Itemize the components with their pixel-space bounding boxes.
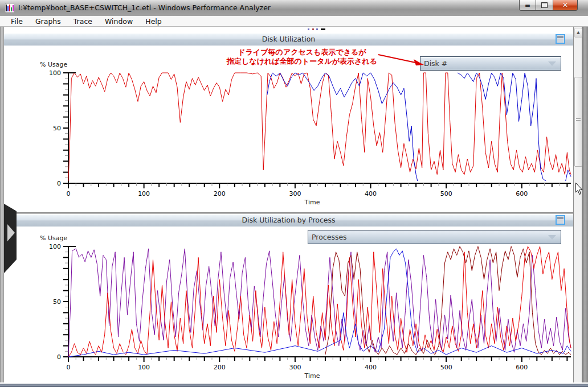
svg-text:100: 100 — [49, 69, 61, 77]
menu-graphs[interactable]: Graphs — [29, 17, 67, 26]
panel-title: Disk Utilization — [4, 35, 573, 43]
annotation-line2: 指定しなければ全部のトータルが表示される — [198, 57, 406, 66]
chevron-down-icon — [548, 235, 556, 240]
thumb-grip-icon — [576, 118, 581, 122]
annotation-line1: ドライブ毎のアクセスも表示できるが — [198, 48, 406, 57]
popout-window-icon — [557, 36, 564, 38]
flyout-panel-handle[interactable] — [4, 203, 18, 274]
svg-text:600: 600 — [516, 190, 528, 197]
popout-window-button[interactable] — [556, 34, 565, 44]
svg-text:400: 400 — [365, 190, 377, 197]
disk-number-dropdown[interactable]: Disk # — [420, 56, 561, 71]
app-icon — [5, 3, 14, 13]
window-title: I:¥temp¥boot_BASE+CSWITCH_1c.etl - Windo… — [18, 3, 271, 12]
svg-text:400: 400 — [365, 364, 377, 371]
popout-window-button[interactable] — [556, 215, 565, 225]
sliver-mark — [308, 28, 309, 30]
svg-text:200: 200 — [214, 190, 226, 197]
svg-text:300: 300 — [289, 190, 301, 197]
svg-text:0: 0 — [57, 353, 61, 361]
scrollbar-thumb[interactable] — [574, 77, 582, 167]
close-icon: ✕ — [562, 1, 568, 9]
annotation-arrow-icon — [376, 50, 427, 68]
svg-text:100: 100 — [49, 243, 61, 250]
minimize-icon: ▬ — [525, 2, 530, 9]
menu-help[interactable]: Help — [139, 17, 168, 26]
restore-icon — [541, 2, 548, 8]
chevron-down-icon — [548, 61, 556, 66]
dropdown-value: Processes — [308, 233, 548, 241]
panel-header-disk-utilization: Disk Utilization — [4, 33, 573, 46]
svg-text:50: 50 — [53, 125, 61, 132]
menu-bar: File Graphs Trace Window Help — [0, 16, 588, 27]
window-border-left — [0, 27, 4, 387]
sliver-mark — [316, 28, 318, 30]
svg-text:100: 100 — [138, 364, 150, 371]
window-controls: ▬ ✕ — [519, 0, 578, 11]
svg-text:0: 0 — [67, 364, 71, 371]
svg-text:50: 50 — [53, 298, 61, 306]
window-border-right — [582, 27, 588, 387]
svg-text:200: 200 — [214, 364, 226, 371]
title-bar[interactable]: I:¥temp¥boot_BASE+CSWITCH_1c.etl - Windo… — [0, 0, 588, 17]
svg-text:500: 500 — [440, 190, 452, 197]
menu-trace[interactable]: Trace — [67, 17, 99, 26]
scroll-up-button[interactable]: ▲ — [574, 28, 582, 38]
bottom-panel-edge — [0, 382, 588, 387]
svg-text:100: 100 — [138, 190, 150, 197]
svg-text:0: 0 — [67, 190, 71, 197]
menu-file[interactable]: File — [5, 17, 29, 26]
minimize-button[interactable]: ▬ — [519, 0, 536, 11]
sliver-mark — [312, 28, 314, 30]
popout-window-icon — [557, 217, 564, 219]
sliver-mark — [321, 28, 325, 30]
panel-header-disk-utilization-by-process: Disk Utilization by Process — [4, 214, 573, 227]
svg-text:300: 300 — [289, 364, 301, 371]
scroll-up-icon: ▲ — [577, 30, 579, 35]
wpa-window: I:¥temp¥boot_BASE+CSWITCH_1c.etl - Windo… — [0, 0, 588, 387]
svg-text:600: 600 — [516, 364, 528, 371]
annotation-note: ドライブ毎のアクセスも表示できるが 指定しなければ全部のトータルが表示される — [198, 48, 406, 66]
restore-button[interactable] — [536, 0, 553, 11]
dropdown-value: Disk # — [420, 59, 548, 68]
menu-window[interactable]: Window — [99, 17, 139, 26]
vertical-scrollbar[interactable]: ▲ — [573, 27, 582, 382]
panel-title: Disk Utilization by Process — [4, 216, 573, 224]
svg-text:0: 0 — [57, 180, 61, 187]
svg-text:500: 500 — [440, 364, 452, 371]
processes-dropdown[interactable]: Processes — [308, 230, 561, 244]
disk-utilization-by-process-chart: 0501000100200300400500600 — [4, 227, 573, 382]
close-button[interactable]: ✕ — [553, 0, 578, 11]
